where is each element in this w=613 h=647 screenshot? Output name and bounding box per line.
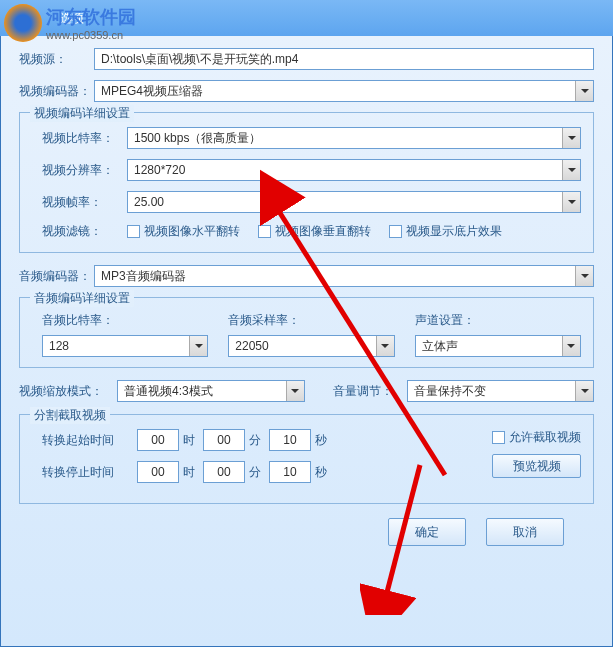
- audio-encoder-value: MP3音频编码器: [95, 266, 575, 286]
- audio-samplerate-combo[interactable]: 22050: [228, 335, 394, 357]
- audio-detail-title: 音频编码详细设置: [30, 290, 134, 307]
- scale-mode-combo[interactable]: 普通视频4:3模式: [117, 380, 305, 402]
- video-encoder-label: 视频编码器：: [19, 83, 94, 100]
- audio-bitrate-value: 128: [43, 336, 189, 356]
- video-encoder-value: MPEG4视频压缩器: [95, 81, 575, 101]
- dropdown-icon[interactable]: [189, 336, 207, 356]
- audio-bitrate-label: 音频比特率：: [42, 312, 208, 329]
- dropdown-icon[interactable]: [562, 336, 580, 356]
- watermark-url: www.pc0359.cn: [46, 29, 136, 41]
- audio-detail-fieldset: 音频编码详细设置 音频比特率： 128 音频采样率： 22050 声道设置：: [19, 297, 594, 368]
- stop-time-label: 转换停止时间: [42, 464, 137, 481]
- audio-channel-combo[interactable]: 立体声: [415, 335, 581, 357]
- dropdown-icon[interactable]: [575, 381, 593, 401]
- audio-channel-value: 立体声: [416, 336, 562, 356]
- allow-cut-checkbox-item[interactable]: 允许截取视频: [492, 429, 581, 446]
- audio-encoder-combo[interactable]: MP3音频编码器: [94, 265, 594, 287]
- dropdown-icon[interactable]: [376, 336, 394, 356]
- flip-v-checkbox-item[interactable]: 视频图像垂直翻转: [258, 223, 371, 240]
- sec-unit: 秒: [315, 432, 327, 449]
- ok-button[interactable]: 确定: [388, 518, 466, 546]
- audio-bitrate-combo[interactable]: 128: [42, 335, 208, 357]
- allow-cut-label: 允许截取视频: [509, 429, 581, 446]
- start-min-input[interactable]: [203, 429, 245, 451]
- checkbox-icon: [492, 431, 505, 444]
- video-encoder-combo[interactable]: MPEG4视频压缩器: [94, 80, 594, 102]
- stop-sec-input[interactable]: [269, 461, 311, 483]
- start-hour-input[interactable]: [137, 429, 179, 451]
- checkbox-icon: [389, 225, 402, 238]
- dropdown-icon[interactable]: [575, 81, 593, 101]
- video-source-label: 视频源：: [19, 51, 94, 68]
- dropdown-icon[interactable]: [575, 266, 593, 286]
- video-fps-combo[interactable]: 25.00: [127, 191, 581, 213]
- volume-value: 音量保持不变: [408, 381, 576, 401]
- video-bitrate-label: 视频比特率：: [42, 130, 127, 147]
- watermark-title: 河东软件园: [46, 5, 136, 29]
- scale-mode-label: 视频缩放模式：: [19, 383, 109, 400]
- volume-combo[interactable]: 音量保持不变: [407, 380, 595, 402]
- watermark-logo-icon: [4, 4, 42, 42]
- dropdown-icon[interactable]: [562, 192, 580, 212]
- cut-title: 分割截取视频: [30, 407, 110, 424]
- stop-hour-input[interactable]: [137, 461, 179, 483]
- video-detail-fieldset: 视频编码详细设置 视频比特率： 1500 kbps（很高质量） 视频分辨率： 1…: [19, 112, 594, 253]
- negative-label: 视频显示底片效果: [406, 223, 502, 240]
- flip-h-checkbox-item[interactable]: 视频图像水平翻转: [127, 223, 240, 240]
- checkbox-icon: [258, 225, 271, 238]
- cut-fieldset: 分割截取视频 转换起始时间 时 分 秒 转换停止时间 时 分: [19, 414, 594, 504]
- min-unit: 分: [249, 464, 261, 481]
- negative-checkbox-item[interactable]: 视频显示底片效果: [389, 223, 502, 240]
- video-resolution-value: 1280*720: [128, 160, 562, 180]
- video-resolution-combo[interactable]: 1280*720: [127, 159, 581, 181]
- audio-encoder-label: 音频编码器：: [19, 268, 94, 285]
- hour-unit: 时: [183, 464, 195, 481]
- video-resolution-label: 视频分辨率：: [42, 162, 127, 179]
- video-fps-label: 视频帧率：: [42, 194, 127, 211]
- video-fps-value: 25.00: [128, 192, 562, 212]
- video-detail-title: 视频编码详细设置: [30, 105, 134, 122]
- audio-samplerate-value: 22050: [229, 336, 375, 356]
- flip-v-label: 视频图像垂直翻转: [275, 223, 371, 240]
- checkbox-icon: [127, 225, 140, 238]
- cancel-button[interactable]: 取消: [486, 518, 564, 546]
- dropdown-icon[interactable]: [286, 381, 304, 401]
- hour-unit: 时: [183, 432, 195, 449]
- watermark: 河东软件园 www.pc0359.cn: [0, 0, 140, 46]
- video-bitrate-combo[interactable]: 1500 kbps（很高质量）: [127, 127, 581, 149]
- video-filter-label: 视频滤镜：: [42, 223, 127, 240]
- stop-min-input[interactable]: [203, 461, 245, 483]
- audio-samplerate-label: 音频采样率：: [228, 312, 394, 329]
- scale-mode-value: 普通视频4:3模式: [118, 381, 286, 401]
- dropdown-icon[interactable]: [562, 160, 580, 180]
- dropdown-icon[interactable]: [562, 128, 580, 148]
- sec-unit: 秒: [315, 464, 327, 481]
- dialog-content: 视频源： 视频编码器： MPEG4视频压缩器 视频编码详细设置 视频比特率： 1…: [0, 36, 613, 647]
- start-sec-input[interactable]: [269, 429, 311, 451]
- flip-h-label: 视频图像水平翻转: [144, 223, 240, 240]
- min-unit: 分: [249, 432, 261, 449]
- video-bitrate-value: 1500 kbps（很高质量）: [128, 128, 562, 148]
- start-time-label: 转换起始时间: [42, 432, 137, 449]
- preview-button[interactable]: 预览视频: [492, 454, 581, 478]
- video-source-input[interactable]: [94, 48, 594, 70]
- volume-label: 音量调节：: [333, 383, 399, 400]
- audio-channel-label: 声道设置：: [415, 312, 581, 329]
